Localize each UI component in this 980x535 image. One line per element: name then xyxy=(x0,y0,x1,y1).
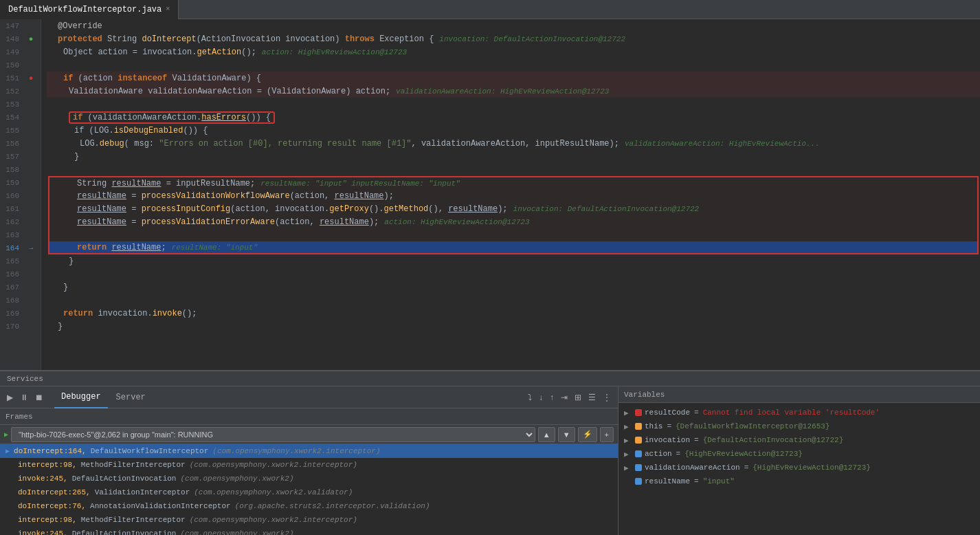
stop-btn[interactable]: ⏹ xyxy=(32,391,46,404)
step-out-btn[interactable]: ↑ xyxy=(547,391,557,404)
frame-item[interactable]: doIntercept:265, ValidationInterceptor (… xyxy=(0,485,618,499)
var-val: Cannot find local variable 'resultCode' xyxy=(703,408,880,417)
thread-dropdown[interactable]: "http-bio-7026-exec-5"@2,062 in group "m… xyxy=(11,427,535,442)
code-line-153 xyxy=(47,98,980,111)
var-expand[interactable]: ▶ xyxy=(624,463,632,472)
frame-class: ValidationInterceptor xyxy=(95,488,190,496)
var-val: {HighEvReviewAction@12723} xyxy=(753,463,871,472)
frame-method: doIntercept:164, xyxy=(14,447,87,455)
frame-pkg: (com.opensymphony.xwork2.interceptor) xyxy=(190,461,357,469)
pause-btn[interactable]: ⏸ xyxy=(17,391,31,404)
var-expand[interactable]: ▶ xyxy=(624,450,632,459)
var-name: resultName xyxy=(645,477,690,485)
var-expand[interactable]: ▶ xyxy=(624,436,632,445)
line-gutter: 147 148● 149 150 151● 152 153 154 155 15… xyxy=(0,19,41,370)
vars-content[interactable]: ▶resultCode = Cannot find local variable… xyxy=(619,403,980,535)
threads-btn[interactable]: ⋮ xyxy=(600,391,614,404)
code-line-157: } xyxy=(47,150,980,163)
thread-down-btn[interactable]: ▼ xyxy=(558,427,575,442)
code-area[interactable]: 147 148● 149 150 151● 152 153 154 155 15… xyxy=(0,19,980,370)
frame-method: invoke:245, xyxy=(18,474,68,483)
frame-item[interactable]: doIntercept:76, AnnotationValidationInte… xyxy=(0,499,618,513)
code-line-163 xyxy=(48,228,979,241)
var-name: resultCode xyxy=(645,408,690,417)
var-eq: = xyxy=(694,408,699,417)
frame-pkg: (org.apache.struts2.interceptor.validati… xyxy=(235,502,430,510)
frame-pkg: (com.opensymphony.xwork2.interceptor) xyxy=(190,516,357,524)
var-eq: = xyxy=(694,436,699,444)
frame-method: invoke:245, xyxy=(18,529,68,535)
var-eq: = xyxy=(744,463,749,472)
code-line-151: if (action instanceof ValidationAware) { xyxy=(47,72,980,85)
var-item[interactable]: resultName = "input" xyxy=(619,474,980,488)
frame-icon: ▶ xyxy=(5,447,10,455)
code-line-166 xyxy=(47,268,980,281)
frame-method: intercept:98, xyxy=(18,516,77,524)
tab-bar: DefaultWorkflowInterceptor.java × xyxy=(0,0,980,19)
var-val: {DefaultWorkflowInterceptor@12653} xyxy=(676,422,829,430)
var-icon xyxy=(635,478,642,485)
code-line-160: resultName = processValidationWorkflowAw… xyxy=(48,189,979,202)
evaluate-btn[interactable]: ⊞ xyxy=(572,391,584,404)
var-item[interactable]: ▶invocation = {DefaultActionInvocation@1… xyxy=(619,433,980,447)
code-line-161: resultName = processInputConfig(action, … xyxy=(48,202,979,215)
frame-class: AnnotationValidationInterceptor xyxy=(90,502,231,510)
var-name: action xyxy=(645,450,672,458)
code-line-165: } xyxy=(47,254,980,268)
run-to-cursor-btn[interactable]: ⇥ xyxy=(558,391,570,404)
server-tab[interactable]: Server xyxy=(109,386,153,408)
bottom-content: ▶ ⏸ ⏹ Debugger Server ⤵ ↓ ↑ ⇥ ⊞ ☰ ⋮ Fram… xyxy=(0,386,980,535)
var-item[interactable]: ▶resultCode = Cannot find local variable… xyxy=(619,406,980,419)
tab-close-icon[interactable]: × xyxy=(166,6,170,13)
code-line-169: return invocation.invoke(); xyxy=(47,307,980,320)
frame-item[interactable]: invoke:245, DefaultActionInvocation (com… xyxy=(0,527,618,535)
file-tab[interactable]: DefaultWorkflowInterceptor.java × xyxy=(0,0,179,19)
code-line-150 xyxy=(47,58,980,72)
step-over-btn[interactable]: ⤵ xyxy=(525,391,535,404)
code-line-162: resultName = processValidationErrorAware… xyxy=(48,215,979,228)
bottom-panel: Services ▶ ⏸ ⏹ Debugger Server ⤵ ↓ ↑ ⇥ ⊞… xyxy=(0,370,980,535)
code-content[interactable]: @Override protected String doIntercept(A… xyxy=(41,19,980,370)
right-panel: Variables ▶resultCode = Cannot find loca… xyxy=(619,386,980,535)
services-label: Services xyxy=(0,371,980,386)
code-line-170: } xyxy=(47,320,980,333)
var-item[interactable]: ▶this = {DefaultWorkflowInterceptor@1265… xyxy=(619,419,980,433)
var-icon xyxy=(635,409,642,416)
frames-btn[interactable]: ☰ xyxy=(586,391,599,404)
code-line-154: if (validationAwareAction.hasErrors()) { xyxy=(47,111,980,124)
frame-pkg: (com.opensymphony.xwork2) xyxy=(180,474,293,483)
frame-class: DefaultWorkflowInterceptor xyxy=(91,447,209,455)
thread-add-btn[interactable]: + xyxy=(600,427,614,442)
thread-status-icon: ▶ xyxy=(4,430,8,439)
left-panel: ▶ ⏸ ⏹ Debugger Server ⤵ ↓ ↑ ⇥ ⊞ ☰ ⋮ Fram… xyxy=(0,386,619,535)
resume-btn[interactable]: ▶ xyxy=(4,391,16,404)
var-expand[interactable]: ▶ xyxy=(624,408,632,417)
thread-selector: ▶ "http-bio-7026-exec-5"@2,062 in group … xyxy=(0,425,618,444)
debugger-toolbar: ▶ ⏸ ⏹ Debugger Server ⤵ ↓ ↑ ⇥ ⊞ ☰ ⋮ xyxy=(0,386,618,408)
var-icon xyxy=(635,450,642,457)
var-item[interactable]: ▶validationAwareAction = {HighEvReviewAc… xyxy=(619,461,980,474)
vars-header: Variables xyxy=(619,386,980,403)
debugger-tab[interactable]: Debugger xyxy=(54,386,108,408)
frame-item[interactable]: intercept:98, MethodFilterInterceptor (c… xyxy=(0,458,618,472)
thread-filter-btn[interactable]: ⚡ xyxy=(578,427,597,442)
code-line-156: LOG.debug( msg: "Errors on action [#0], … xyxy=(47,137,980,150)
frame-class: MethodFilterInterceptor xyxy=(81,461,186,469)
thread-up-btn[interactable]: ▲ xyxy=(538,427,555,442)
code-line-147: @Override xyxy=(47,19,980,32)
tab-label: DefaultWorkflowInterceptor.java xyxy=(8,5,162,14)
var-item[interactable]: ▶action = {HighEvReviewAction@12723} xyxy=(619,447,980,461)
var-val: {HighEvReviewAction@12723} xyxy=(684,450,803,458)
var-expand[interactable]: ▶ xyxy=(624,422,632,431)
code-line-152: ValidationAware validationAwareAction = … xyxy=(47,85,980,98)
frame-item[interactable]: invoke:245, DefaultActionInvocation (com… xyxy=(0,472,618,485)
code-line-158 xyxy=(47,163,980,176)
frames-list[interactable]: ▶doIntercept:164, DefaultWorkflowInterce… xyxy=(0,444,618,535)
frame-item[interactable]: intercept:98, MethodFilterInterceptor (c… xyxy=(0,513,618,527)
step-into-btn[interactable]: ↓ xyxy=(536,391,546,404)
var-val: {DefaultActionInvocation@12722} xyxy=(703,436,844,444)
code-line-155: if (LOG.isDebugEnabled()) { xyxy=(47,124,980,137)
var-eq: = xyxy=(694,477,699,485)
frame-method: doIntercept:265, xyxy=(18,488,91,496)
frame-item[interactable]: ▶doIntercept:164, DefaultWorkflowInterce… xyxy=(0,444,618,458)
